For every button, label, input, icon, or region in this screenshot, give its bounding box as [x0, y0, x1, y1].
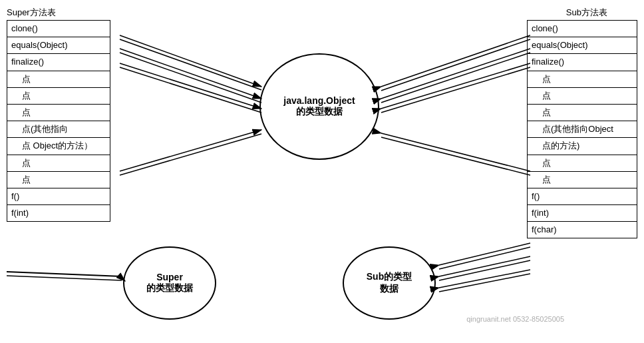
svg-line-11 — [381, 35, 530, 87]
table-row: 点的方法) — [528, 138, 637, 155]
svg-line-8 — [120, 67, 261, 113]
table-row: f() — [7, 188, 110, 204]
super-circle-label: Super 的类型数据 — [146, 272, 193, 294]
table-row: 点(其他指向 — [7, 121, 110, 138]
svg-line-9 — [120, 130, 261, 171]
table-row: 点 — [7, 104, 110, 121]
table-row: 点 — [528, 104, 637, 121]
arrow-sub-finalize — [381, 63, 530, 113]
table-row: 点 — [528, 171, 637, 188]
svg-line-21 — [7, 276, 122, 280]
table-row: 点 — [528, 71, 637, 87]
svg-line-6 — [120, 53, 261, 103]
svg-line-15 — [381, 63, 530, 109]
sub-circle: Sub的类型 数据 — [343, 246, 436, 320]
table-row: clone() — [7, 21, 110, 37]
arrow-sub-dots — [381, 133, 530, 175]
watermark: qingruanit.net 0532-85025005 — [466, 315, 564, 323]
arrow-sub-fchar-to-circle — [439, 270, 530, 292]
table-row: 点 — [7, 87, 110, 104]
table-row: 点(其他指向Object — [528, 121, 637, 138]
super-method-table: clone()equals(Object)finalize()点点点点(其他指向… — [7, 20, 110, 222]
table-row: f(int) — [7, 205, 110, 222]
table-row: 点 — [7, 155, 110, 171]
svg-line-13 — [381, 49, 530, 99]
svg-line-27 — [439, 274, 530, 292]
svg-line-16 — [381, 67, 530, 113]
arrow-super-finalize — [120, 63, 261, 113]
table-row: 点 — [528, 87, 637, 104]
arrow-sub-clone — [381, 35, 530, 91]
table-row: f() — [528, 188, 637, 204]
svg-line-4 — [120, 39, 261, 90]
diagram-container: Super方法表 Sub方法表 clone()equals(Object)fin… — [0, 0, 644, 343]
arrow-sub-fint-to-circle — [439, 256, 530, 280]
svg-line-10 — [120, 134, 261, 175]
table-row: equals(Object) — [7, 37, 110, 54]
sub-table-label: Sub方法表 — [566, 7, 607, 19]
table-row: 点 — [7, 171, 110, 188]
svg-line-14 — [381, 53, 530, 103]
arrow-sub-equals — [381, 49, 530, 103]
sub-circle-label: Sub的类型 数据 — [367, 271, 412, 295]
table-row: finalize() — [7, 54, 110, 71]
svg-line-3 — [120, 35, 261, 87]
table-row: 点 — [528, 155, 637, 171]
svg-line-23 — [439, 247, 530, 269]
super-circle: Super 的类型数据 — [123, 246, 216, 320]
sub-method-table: clone()equals(Object)finalize()点点点点(其他指向… — [527, 20, 637, 238]
svg-line-25 — [439, 260, 530, 280]
svg-line-20 — [7, 272, 122, 276]
table-row: clone() — [528, 21, 637, 37]
arrow-super-fint-to-circle — [7, 272, 125, 281]
table-row: finalize() — [528, 54, 637, 71]
svg-line-18 — [381, 137, 530, 175]
svg-line-22 — [439, 243, 530, 265]
arrow-super-equals — [120, 49, 261, 103]
arrow-super-clone — [120, 35, 261, 90]
table-row: 点 — [7, 71, 110, 87]
arrow-sub-f-to-circle — [439, 243, 530, 269]
svg-line-7 — [120, 63, 261, 109]
svg-line-24 — [439, 256, 530, 276]
java-object-circle: java.lang.Object 的类型数据 — [259, 53, 379, 160]
svg-line-12 — [381, 39, 530, 91]
table-row: f(char) — [528, 222, 637, 238]
arrow-super-dots — [120, 130, 261, 175]
table-row: 点 Object的方法） — [7, 138, 110, 155]
svg-line-26 — [439, 270, 530, 288]
table-row: f(int) — [528, 205, 637, 222]
svg-line-17 — [381, 133, 530, 171]
super-table-label: Super方法表 — [7, 7, 56, 19]
table-row: equals(Object) — [528, 37, 637, 54]
java-object-label: java.lang.Object 的类型数据 — [283, 95, 355, 118]
svg-line-5 — [120, 49, 261, 99]
